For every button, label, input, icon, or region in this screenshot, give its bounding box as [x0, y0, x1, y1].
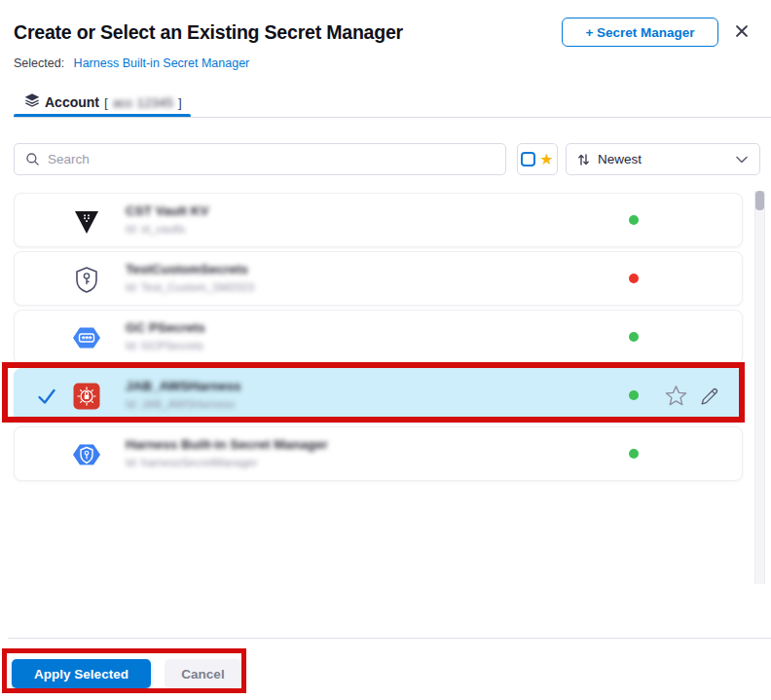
selected-secret-manager-line: Selected: Harness Built-in Secret Manage… — [14, 56, 249, 70]
item-name-redacted: TestCustomSecrets — [126, 262, 254, 276]
apply-selected-button[interactable]: Apply Selected — [12, 659, 151, 688]
sort-selected-value: Newest — [598, 152, 642, 166]
new-secret-manager-button[interactable]: + Secret Manager — [562, 18, 718, 47]
layers-icon — [24, 92, 40, 112]
item-name-redacted: Harness Built-in Secret Manager — [126, 437, 328, 452]
list-item-text: Harness Built-in Secret Manager Id: harn… — [126, 437, 328, 468]
list-item-vault[interactable]: CST Vault KV Id: st_vaults — [14, 193, 743, 247]
status-dot-green — [629, 390, 639, 400]
status-dot-green — [629, 215, 639, 225]
edit-pencil-icon[interactable] — [699, 386, 720, 411]
chevron-down-icon — [736, 156, 748, 164]
item-name-redacted: JAB_AWSHarness — [126, 379, 241, 393]
list-item-aws-selected[interactable]: JAB_AWSHarness Id: JAB_AWSHarness — [14, 368, 743, 423]
tab-account-scope-redacted: acc 12345 — [113, 95, 173, 110]
sort-dropdown[interactable]: Newest — [566, 143, 760, 175]
gcp-secret-manager-icon: *** — [72, 323, 101, 352]
list-item-gcp[interactable]: *** GC PSecrets Id: GCPSecrets — [14, 310, 743, 364]
selected-secret-manager-link[interactable]: Harness Built-in Secret Manager — [74, 56, 250, 70]
svg-text:***: *** — [82, 334, 92, 344]
tab-account-bracket-close: ] — [178, 95, 182, 110]
item-name-redacted: GC PSecrets — [126, 320, 205, 335]
status-dot-green — [629, 449, 639, 459]
aws-secrets-manager-icon — [72, 382, 101, 411]
search-input[interactable] — [14, 143, 506, 175]
tab-account-label: Account — [45, 94, 99, 110]
sort-arrows-icon — [577, 153, 590, 166]
tab-account-bracket-open: [ — [104, 95, 108, 110]
list-item-text: JAB_AWSHarness Id: JAB_AWSHarness — [126, 379, 241, 410]
list-scrollbar-thumb[interactable] — [755, 191, 764, 210]
list-item-harness-builtin[interactable]: Harness Built-in Secret Manager Id: harn… — [14, 426, 743, 481]
favorites-filter-button[interactable]: ★ — [517, 143, 558, 175]
list-item-custom-sm[interactable]: TestCustomSecrets Id: Test_Custom_SM2023 — [14, 251, 743, 306]
list-scrollbar-track[interactable] — [754, 191, 765, 584]
item-id-redacted: Id: st_vaults — [126, 223, 209, 235]
tab-bar-divider — [14, 117, 771, 118]
selected-label: Selected: — [14, 56, 64, 70]
item-id-redacted: Id: harnessSecretManager — [126, 457, 328, 468]
secret-manager-modal: Create or Select an Existing Secret Mana… — [0, 0, 771, 700]
footer-divider — [8, 638, 771, 639]
item-id-redacted: Id: JAB_AWSHarness — [126, 398, 241, 410]
favorites-checkbox[interactable] — [521, 152, 535, 166]
search-icon — [25, 152, 40, 170]
cancel-button[interactable]: Cancel — [165, 659, 241, 688]
custom-secret-manager-icon — [72, 265, 101, 294]
page-title: Create or Select an Existing Secret Mana… — [14, 21, 403, 44]
item-id-redacted: Id: Test_Custom_SM2023 — [126, 281, 254, 293]
list-item-text: TestCustomSecrets Id: Test_Custom_SM2023 — [126, 262, 254, 293]
star-icon: ★ — [539, 152, 553, 167]
tab-account[interactable]: Account [ acc 12345 ] — [24, 92, 182, 113]
vault-icon — [72, 206, 101, 236]
favorite-star-icon[interactable] — [665, 385, 687, 411]
item-name-redacted: CST Vault KV — [126, 203, 209, 218]
harness-secret-manager-icon — [72, 440, 101, 469]
status-dot-red — [629, 274, 639, 283]
selected-checkmark-icon — [37, 387, 56, 410]
close-icon[interactable] — [731, 20, 753, 42]
status-dot-green — [629, 332, 639, 342]
list-item-text: GC PSecrets Id: GCPSecrets — [126, 320, 205, 351]
item-id-redacted: Id: GCPSecrets — [126, 340, 205, 351]
list-item-text: CST Vault KV Id: st_vaults — [126, 203, 209, 235]
